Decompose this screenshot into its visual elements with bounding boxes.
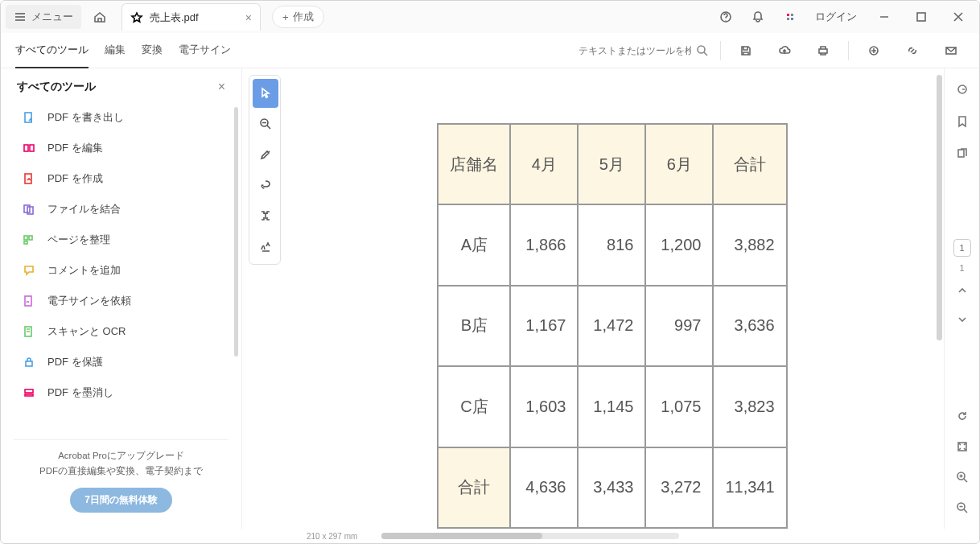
cloud-button[interactable]: [771, 37, 798, 64]
svg-rect-17: [26, 361, 32, 366]
ai-button[interactable]: [860, 37, 887, 64]
tab-all-tools[interactable]: すべてのツール: [15, 33, 89, 68]
sidebar-item-export[interactable]: PDF を書き出し: [14, 102, 235, 133]
sidebar-item-request-sign[interactable]: 電子サインを依頼: [14, 286, 235, 316]
sign-tool[interactable]: [253, 232, 278, 261]
main: すべてのツール × PDF を書き出し PDF を編集 PDF を作成 ファイル…: [1, 68, 979, 529]
sidebar-item-comment[interactable]: コメントを追加: [14, 255, 235, 286]
sidebar-item-label: PDF を墨消し: [47, 385, 113, 400]
right-rail: 1 1: [944, 68, 979, 529]
page-down-button[interactable]: [951, 308, 974, 331]
text-tool[interactable]: [253, 201, 278, 230]
rotate-icon: [956, 410, 969, 422]
sparkle-icon: [867, 44, 880, 57]
page-viewport[interactable]: 店舗名 4月 5月 6月 合計 A店 1,866 816 1,200 3,882…: [281, 68, 944, 529]
th-jun: 6月: [645, 124, 713, 204]
search-input[interactable]: [579, 45, 691, 56]
sidebar-scrollbar[interactable]: [234, 107, 238, 356]
combine-icon: [23, 203, 35, 216]
highlight-tool[interactable]: [253, 140, 278, 169]
rotate-button[interactable]: [951, 405, 974, 427]
highlighter-icon: [259, 148, 272, 161]
titlebar: メニュー 売上表.pdf × + 作成 ログイン: [1, 1, 979, 33]
svg-rect-18: [25, 389, 33, 393]
apps-button[interactable]: [776, 3, 804, 31]
toolbar-tabs: すべてのツール 編集 変換 電子サイン: [15, 33, 231, 68]
sidebar-item-label: ファイルを結合: [47, 202, 121, 216]
zoom-out-button[interactable]: [951, 497, 974, 519]
sidebar-item-redact[interactable]: PDF を墨消し: [14, 377, 235, 408]
horizontal-scrollbar[interactable]: [381, 533, 679, 539]
sidebar-close-button[interactable]: ×: [218, 80, 225, 94]
sign-icon: [23, 295, 35, 307]
cursor-icon: [259, 87, 272, 100]
tab-close-button[interactable]: ×: [245, 11, 252, 24]
scan-icon: [23, 325, 35, 338]
sidebar-list: PDF を書き出し PDF を編集 PDF を作成 ファイルを結合 ページを整理…: [1, 102, 241, 439]
hamburger-icon: [14, 10, 27, 23]
home-button[interactable]: [86, 3, 113, 31]
document-area: 店舗名 4月 5月 6月 合計 A店 1,866 816 1,200 3,882…: [242, 68, 944, 529]
search-icon: [696, 44, 709, 57]
fit-icon: [956, 440, 969, 453]
save-icon: [739, 44, 752, 57]
create-label: 作成: [293, 10, 314, 24]
star-icon: [130, 11, 143, 24]
organize-icon: [23, 233, 35, 246]
close-button[interactable]: [942, 3, 974, 31]
trial-button[interactable]: 7日間の無料体験: [70, 488, 172, 513]
file-tab[interactable]: 売上表.pdf ×: [121, 3, 261, 31]
lock-icon: [23, 356, 35, 369]
print-button[interactable]: [809, 37, 837, 64]
zoom-tool[interactable]: [253, 109, 278, 138]
page-up-button[interactable]: [951, 279, 974, 302]
th-apr: 4月: [510, 124, 578, 204]
th-total: 合計: [713, 124, 786, 204]
sidebar-item-label: 電子サインを依頼: [47, 294, 131, 308]
tab-edit[interactable]: 編集: [105, 33, 126, 68]
link-icon: [906, 44, 919, 57]
sidebar-item-scan-ocr[interactable]: スキャンと OCR: [14, 316, 235, 347]
toolbar: すべてのツール 編集 変換 電子サイン: [1, 33, 979, 68]
help-button[interactable]: [712, 3, 739, 31]
comment-icon: [23, 264, 35, 277]
plus-icon: +: [282, 11, 289, 23]
minimize-button[interactable]: [868, 3, 900, 31]
table-row: A店 1,866 816 1,200 3,882: [438, 204, 786, 285]
sidebar-item-edit[interactable]: PDF を編集: [14, 133, 235, 163]
search-box[interactable]: [579, 44, 709, 57]
sidebar-item-combine[interactable]: ファイルを結合: [14, 194, 235, 225]
pages-button[interactable]: [951, 142, 974, 165]
tab-convert[interactable]: 変換: [142, 33, 163, 68]
maximize-button[interactable]: [905, 3, 937, 31]
menu-button[interactable]: メニュー: [6, 5, 81, 29]
page-total: 1: [959, 263, 964, 273]
sidebar-item-create[interactable]: PDF を作成: [14, 163, 235, 194]
upgrade-desc: PDFの直接編集や変換、電子契約まで: [27, 464, 216, 478]
create-icon: [23, 172, 35, 185]
sidebar-item-protect[interactable]: PDF を保護: [14, 347, 235, 377]
tab-esign[interactable]: 電子サイン: [179, 33, 231, 68]
page-current[interactable]: 1: [953, 239, 971, 257]
mail-button[interactable]: [937, 37, 965, 64]
login-button[interactable]: ログイン: [809, 6, 863, 27]
new-tab-button[interactable]: + 作成: [272, 6, 325, 28]
zoom-out-icon: [259, 117, 272, 130]
draw-tool[interactable]: [253, 171, 278, 200]
upgrade-title: Acrobat Proにアップグレード: [27, 448, 216, 463]
panel-button[interactable]: [951, 78, 974, 101]
chevron-down-icon: [956, 313, 969, 326]
bookmark-button[interactable]: [951, 110, 974, 133]
save-button[interactable]: [732, 37, 760, 64]
bell-button[interactable]: [744, 3, 772, 31]
sidebar-title: すべてのツール: [17, 80, 96, 94]
link-button[interactable]: [899, 37, 926, 64]
select-tool[interactable]: [253, 79, 278, 108]
svg-rect-13: [29, 236, 32, 240]
zoom-in-button[interactable]: [951, 466, 974, 488]
apps-icon: [787, 14, 793, 20]
fit-button[interactable]: [951, 435, 974, 458]
redact-icon: [23, 386, 35, 399]
document-scrollbar[interactable]: [937, 75, 942, 340]
sidebar-item-organize[interactable]: ページを整理: [14, 225, 235, 255]
